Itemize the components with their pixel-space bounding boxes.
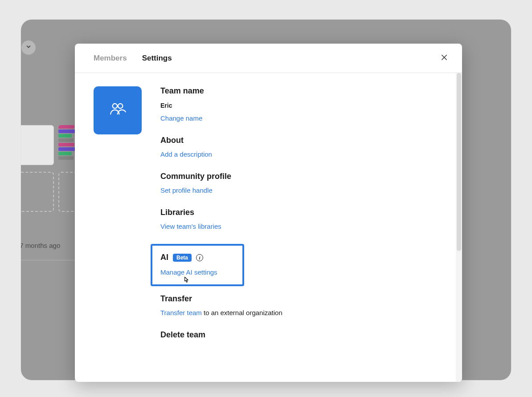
transfer-team-link[interactable]: Transfer team [160, 309, 202, 316]
section-team-name: Team name Eric Change name [160, 86, 443, 122]
libraries-heading: Libraries [160, 208, 443, 217]
manage-ai-settings-link[interactable]: Manage AI settings [160, 268, 217, 276]
transfer-heading: Transfer [160, 294, 443, 304]
team-avatar[interactable] [94, 86, 142, 134]
modal-header: Members Settings [75, 44, 462, 73]
delete-team-heading: Delete team [160, 330, 443, 340]
scrollbar-thumb[interactable] [457, 73, 461, 251]
add-description-link[interactable]: Add a description [160, 150, 212, 158]
ai-heading-label: AI [160, 253, 168, 262]
change-name-link[interactable]: Change name [160, 114, 202, 122]
section-community-profile: Community profile Set profile handle [160, 172, 443, 194]
settings-modal: Members Settings [75, 44, 462, 382]
svg-point-3 [118, 104, 123, 109]
tab-settings[interactable]: Settings [142, 54, 172, 63]
new-file-placeholder[interactable] [21, 172, 54, 212]
section-about: About Add a description [160, 136, 443, 158]
settings-sections: Team name Eric Change name About Add a d… [160, 86, 443, 353]
team-name-value: Eric [160, 102, 443, 109]
team-name-heading: Team name [160, 86, 443, 96]
tab-members[interactable]: Members [94, 54, 127, 63]
set-profile-handle-link[interactable]: Set profile handle [160, 186, 213, 194]
section-transfer: Transfer Transfer team to an external or… [160, 294, 443, 317]
title-dropdown-button[interactable] [21, 41, 36, 55]
beta-badge: Beta [173, 254, 192, 262]
view-libraries-link[interactable]: View team's libraries [160, 223, 221, 230]
about-heading: About [160, 136, 443, 145]
window-header: c [21, 40, 36, 55]
modal-tabs: Members Settings [94, 54, 172, 63]
transfer-suffix: to an external organization [202, 309, 282, 316]
cursor-pointer-icon [182, 276, 191, 285]
scrollbar-track[interactable] [456, 73, 462, 382]
ai-section-highlight: AI Beta i Manage AI settings [151, 244, 244, 286]
svg-point-2 [113, 104, 118, 109]
file-thumbnail[interactable] [21, 125, 54, 165]
close-button[interactable] [439, 53, 450, 64]
modal-body: Team name Eric Change name About Add a d… [75, 73, 462, 382]
chevron-down-icon [25, 44, 32, 52]
ai-heading: AI Beta i [160, 253, 234, 262]
section-libraries: Libraries View team's libraries [160, 208, 443, 231]
community-heading: Community profile [160, 172, 443, 181]
people-icon [108, 100, 127, 121]
info-icon[interactable]: i [196, 254, 203, 261]
section-delete-team: Delete team [160, 330, 443, 340]
close-icon [440, 53, 448, 63]
